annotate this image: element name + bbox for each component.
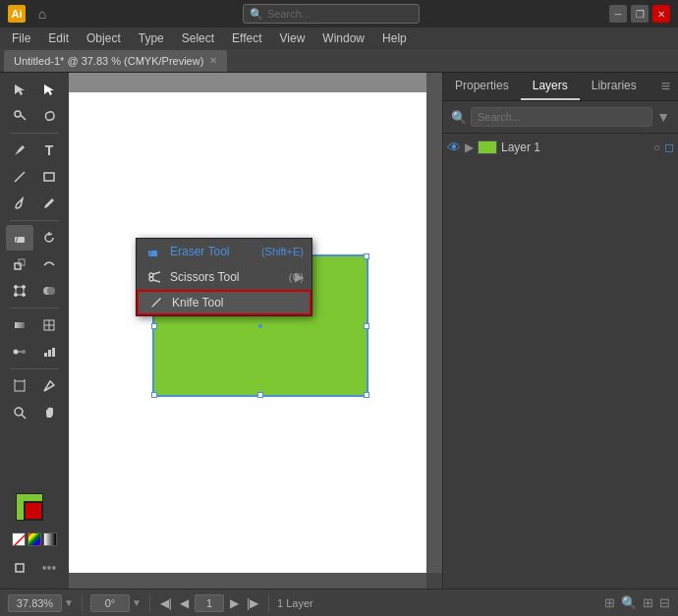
svg-point-21 xyxy=(14,350,19,355)
svg-rect-26 xyxy=(52,348,55,357)
menu-object[interactable]: Object xyxy=(79,29,129,47)
vertical-scrollbar[interactable] xyxy=(426,73,442,573)
scale-tool[interactable] xyxy=(6,252,33,277)
artboard-input[interactable] xyxy=(195,594,224,612)
pencil-tool[interactable] xyxy=(35,191,63,216)
warp-tool[interactable] xyxy=(35,252,63,277)
minimize-button[interactable]: ─ xyxy=(609,5,627,23)
svg-rect-27 xyxy=(15,381,25,391)
tool-group-select xyxy=(6,77,63,102)
layer-action-icons: ○ ◻ xyxy=(653,140,674,154)
crop-tool[interactable] xyxy=(6,555,33,581)
arrange-icon[interactable]: ⊟ xyxy=(659,595,670,610)
tab-close-button[interactable]: ✕ xyxy=(209,55,217,66)
home-button[interactable]: ⌂ xyxy=(31,3,53,25)
nav-prev-button[interactable]: ◀ xyxy=(178,596,191,610)
tab-layers[interactable]: Layers xyxy=(521,73,580,100)
layers-filter-button[interactable]: ▼ xyxy=(656,109,670,125)
paintbrush-tool[interactable] xyxy=(6,191,33,216)
handle-top-right[interactable] xyxy=(364,253,369,259)
panel-search-bar: 🔍 ▼ xyxy=(443,101,678,134)
direct-selection-tool[interactable] xyxy=(35,77,63,102)
rotation-dropdown-icon[interactable]: ▼ xyxy=(132,597,141,608)
restore-button[interactable]: ❐ xyxy=(631,5,649,23)
shape-builder-tool[interactable] xyxy=(35,278,63,304)
rotation-input[interactable] xyxy=(90,594,130,612)
slice-tool[interactable] xyxy=(35,373,63,399)
panel-tabs: Properties Layers Libraries ≡ xyxy=(443,73,678,101)
document-tab[interactable]: Untitled-1* @ 37.83 % (CMYK/Preview) ✕ xyxy=(4,50,227,72)
nav-last-button[interactable]: |▶ xyxy=(245,596,260,610)
scissors-tool-menu-item[interactable]: Scissors Tool (C) ▶ xyxy=(137,264,311,290)
handle-bottom-right[interactable] xyxy=(364,392,369,398)
svg-line-4 xyxy=(15,172,25,182)
artboard-tool[interactable] xyxy=(6,373,33,399)
layer-color-swatch xyxy=(478,140,497,154)
menu-type[interactable]: Type xyxy=(131,29,172,47)
pen-tool[interactable] xyxy=(6,138,33,163)
layer-lock-icon[interactable]: ○ xyxy=(653,140,660,154)
grid-view-icon[interactable]: ⊞ xyxy=(643,595,653,610)
menu-window[interactable]: Window xyxy=(314,29,372,47)
rotate-tool[interactable] xyxy=(35,225,63,251)
title-search[interactable]: 🔍 Search... xyxy=(243,4,420,24)
menu-effect[interactable]: Effect xyxy=(224,29,269,47)
zoom-dropdown-icon[interactable]: ▼ xyxy=(64,597,74,608)
type-tool[interactable]: T xyxy=(35,138,63,163)
canvas-document[interactable] xyxy=(69,92,426,573)
artboard-add-icon[interactable]: ⊞ xyxy=(604,595,615,610)
line-tool[interactable] xyxy=(6,164,33,190)
horizontal-scrollbar[interactable] xyxy=(69,573,426,588)
handle-bottom-left[interactable] xyxy=(151,392,157,398)
hand-tool[interactable] xyxy=(35,400,63,425)
chart-tool[interactable] xyxy=(35,339,63,364)
free-transform-tool[interactable] xyxy=(6,278,33,304)
app-icon: Ai xyxy=(8,5,26,23)
layer-target-icon[interactable]: ◻ xyxy=(664,140,674,154)
none-swatch[interactable] xyxy=(12,532,26,546)
menu-select[interactable]: Select xyxy=(174,29,222,47)
search-icon: 🔍 xyxy=(250,8,263,21)
layer-row[interactable]: 👁 ▶ Layer 1 ○ ◻ xyxy=(443,134,678,161)
svg-point-14 xyxy=(23,294,26,297)
zoom-to-fit-icon[interactable]: 🔍 xyxy=(621,595,637,610)
close-button[interactable]: ✕ xyxy=(652,5,670,23)
layer-expand-icon[interactable]: ▶ xyxy=(465,140,474,154)
layer-visibility-icon[interactable]: 👁 xyxy=(447,140,461,155)
layers-search-input[interactable] xyxy=(471,107,652,127)
knife-tool-menu-item[interactable]: Knife Tool xyxy=(137,290,311,315)
svg-point-12 xyxy=(23,286,26,289)
tab-libraries[interactable]: Libraries xyxy=(580,73,649,100)
selection-tool[interactable] xyxy=(6,77,33,102)
blend-tool[interactable] xyxy=(6,339,33,364)
nav-next-button[interactable]: ▶ xyxy=(228,596,241,610)
handle-bottom-middle[interactable] xyxy=(257,392,263,398)
scissors-icon xyxy=(146,269,162,285)
eraser-tool[interactable] xyxy=(6,225,33,251)
handle-left-middle[interactable] xyxy=(151,323,157,329)
zoom-input[interactable] xyxy=(8,594,62,612)
menu-file[interactable]: File xyxy=(4,29,38,47)
svg-rect-9 xyxy=(19,259,25,265)
more-tools[interactable]: ••• xyxy=(35,555,63,581)
mesh-tool[interactable] xyxy=(35,312,63,338)
zoom-tool[interactable] xyxy=(6,400,33,425)
layers-search-icon: 🔍 xyxy=(451,110,467,125)
gradient-tool[interactable] xyxy=(6,312,33,338)
rectangle-tool[interactable] xyxy=(35,164,63,190)
svg-rect-25 xyxy=(48,350,51,357)
handle-right-middle[interactable] xyxy=(364,323,369,329)
tab-properties[interactable]: Properties xyxy=(443,73,521,100)
magic-wand-tool[interactable] xyxy=(6,103,33,129)
menu-help[interactable]: Help xyxy=(374,29,415,47)
eraser-tool-label: Eraser Tool xyxy=(170,245,229,258)
menu-edit[interactable]: Edit xyxy=(40,29,77,47)
lasso-tool[interactable] xyxy=(35,103,63,129)
eraser-tool-menu-item[interactable]: Eraser Tool (Shift+E) xyxy=(137,239,311,264)
stroke-swatch[interactable] xyxy=(24,501,43,521)
menu-view[interactable]: View xyxy=(272,29,313,47)
gradient-swatch[interactable] xyxy=(43,532,57,546)
nav-first-button[interactable]: ◀| xyxy=(158,596,174,610)
panel-menu-button[interactable]: ≡ xyxy=(653,74,678,99)
color-swatch[interactable] xyxy=(28,532,41,546)
